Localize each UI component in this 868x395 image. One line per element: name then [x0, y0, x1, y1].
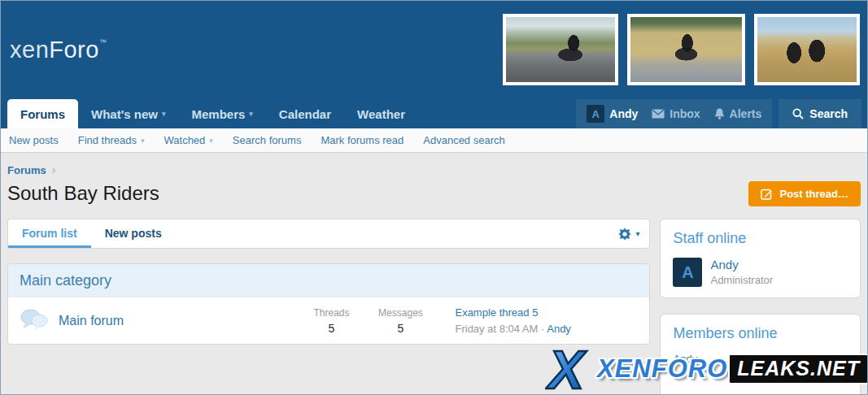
gear-icon	[618, 228, 631, 241]
members-online-title: Members online	[673, 325, 848, 342]
account-area: A Andy Inbox Alerts Search	[576, 99, 861, 128]
header-photo-rider-hillside	[627, 14, 745, 85]
subnav-new-posts[interactable]: New posts	[9, 134, 59, 146]
forum-link-main-forum[interactable]: Main forum	[59, 314, 299, 328]
staff-online-title: Staff online	[673, 230, 848, 247]
chevron-down-icon: ▾	[209, 137, 213, 145]
post-thread-button[interactable]: Post thread…	[748, 181, 861, 206]
subnav-label: Search forums	[233, 134, 302, 146]
header-photo-rider-wheelie	[503, 14, 618, 85]
nav-tab-whats-new[interactable]: What's new ▾	[78, 99, 178, 128]
avatar: A	[587, 105, 604, 123]
nav-tab-label: Forums	[20, 107, 65, 121]
forum-column: Forum list New posts ▾ Main category	[7, 219, 650, 345]
chevron-down-icon: ▾	[162, 110, 166, 118]
xenforoleaks-watermark: X XENFORO LEAKS.NET	[545, 344, 868, 394]
nav-tab-label: Members	[191, 107, 245, 121]
nav-tab-label: Weather	[357, 107, 405, 121]
nav-tab-weather[interactable]: Weather	[344, 99, 418, 128]
staff-user-link[interactable]: Andy	[710, 258, 773, 271]
watermark-x-letter: X	[545, 344, 587, 394]
logo-text-xen: xen	[10, 37, 49, 63]
latest-thread-cell: Example thread 5 Friday at 8:04 AM · And…	[455, 306, 638, 335]
messages-count: 5	[364, 322, 437, 335]
account-user-menu[interactable]: A Andy	[587, 105, 638, 123]
forum-discussion-icon	[20, 308, 49, 333]
latest-author-link[interactable]: Andy	[547, 323, 571, 335]
post-thread-label: Post thread…	[779, 188, 848, 200]
search-button[interactable]: Search	[779, 99, 861, 128]
threads-stat: Threads 5	[299, 307, 364, 335]
watermark-brand-text: XENFORO	[597, 354, 727, 384]
staff-user-row: A Andy Administrator	[673, 258, 848, 287]
subnav-label: Find threads	[78, 134, 137, 146]
forum-options-menu[interactable]: ▾	[618, 219, 639, 248]
main-nav: Forums What's new ▾ Members ▾ Calendar W…	[1, 99, 867, 128]
breadcrumb-chevron-icon: ›	[52, 163, 56, 176]
staff-user-info: Andy Administrator	[710, 258, 773, 286]
tab-forum-list[interactable]: Forum list	[8, 219, 91, 248]
nav-tab-members[interactable]: Members ▾	[178, 99, 265, 128]
page-title: South Bay Riders	[7, 182, 861, 205]
nav-tabs: Forums What's new ▾ Members ▾ Calendar W…	[7, 99, 418, 128]
latest-time: Friday at 8:04 AM	[455, 323, 538, 335]
chevron-down-icon: ▾	[141, 137, 145, 145]
category-title[interactable]: Main category	[8, 264, 649, 297]
breadcrumb-forums-link[interactable]: Forums	[7, 164, 46, 176]
forum-page: xenForo™ Forums What's new ▾ Members ▾ C…	[0, 0, 868, 395]
compose-pencil-icon	[761, 188, 773, 200]
bell-icon	[714, 108, 725, 119]
trademark-symbol: ™	[99, 38, 107, 46]
nav-tab-label: What's new	[91, 107, 158, 121]
search-icon	[792, 108, 804, 119]
staff-online-card: Staff online A Andy Administrator	[660, 219, 861, 298]
site-header: xenForo™	[1, 1, 867, 99]
watermark-suffix-text: LEAKS.NET	[728, 354, 868, 384]
alerts-label: Alerts	[730, 107, 762, 120]
account-strip: A Andy Inbox Alerts	[576, 99, 772, 128]
sub-nav: New posts Find threads ▾ Watched ▾ Searc…	[1, 128, 867, 153]
subnav-search-forums[interactable]: Search forums	[233, 134, 302, 146]
threads-count: 5	[299, 322, 364, 335]
content-tabbar: Forum list New posts ▾	[7, 219, 650, 249]
meta-separator: ·	[541, 323, 544, 335]
staff-user-role: Administrator	[710, 274, 773, 286]
subnav-label: Advanced search	[423, 134, 504, 146]
threads-label: Threads	[299, 307, 364, 319]
messages-stat: Messages 5	[364, 307, 437, 335]
forum-row: Main forum Threads 5 Messages 5 Example …	[8, 297, 649, 344]
inbox-menu[interactable]: Inbox	[652, 107, 700, 120]
subnav-watched[interactable]: Watched ▾	[164, 134, 213, 146]
messages-label: Messages	[364, 307, 437, 319]
xenforo-logo[interactable]: xenForo™	[10, 37, 107, 63]
chevron-down-icon: ▾	[249, 110, 253, 118]
chevron-down-icon: ▾	[635, 229, 639, 238]
subnav-label: Watched	[164, 134, 206, 146]
logo-text-foro: Foro	[49, 37, 99, 63]
header-photo-couple-hilltop	[754, 14, 860, 85]
avatar[interactable]: A	[673, 258, 702, 287]
username-label: Andy	[609, 107, 638, 120]
nav-tab-label: Calendar	[279, 107, 331, 121]
subnav-advanced-search[interactable]: Advanced search	[423, 134, 504, 146]
title-row: South Bay Riders Post thread…	[7, 182, 861, 205]
subnav-mark-forums-read[interactable]: Mark forums read	[321, 134, 403, 146]
alerts-menu[interactable]: Alerts	[714, 107, 762, 120]
header-photos	[503, 14, 860, 85]
subnav-label: New posts	[9, 134, 59, 146]
tab-new-posts[interactable]: New posts	[91, 219, 176, 248]
search-label: Search	[809, 107, 848, 120]
inbox-label: Inbox	[670, 107, 700, 120]
envelope-icon	[652, 109, 665, 119]
category-block: Main category Main forum Threads 5	[7, 263, 650, 345]
subnav-find-threads[interactable]: Find threads ▾	[78, 134, 145, 146]
latest-thread-meta: Friday at 8:04 AM · Andy	[455, 323, 638, 335]
latest-thread-link[interactable]: Example thread 5	[455, 306, 638, 319]
breadcrumb: Forums ›	[7, 163, 861, 176]
nav-tab-forums[interactable]: Forums	[7, 99, 78, 128]
nav-tab-calendar[interactable]: Calendar	[266, 99, 344, 128]
subnav-label: Mark forums read	[321, 134, 403, 146]
